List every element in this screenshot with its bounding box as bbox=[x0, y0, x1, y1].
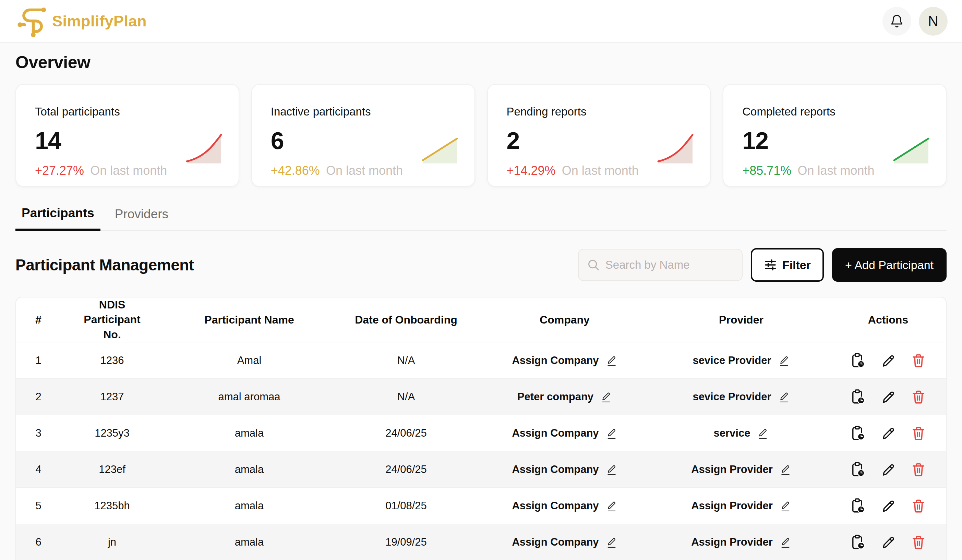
table-row: 1 1236 Amal N/A Assign Company sevice Pr… bbox=[16, 342, 946, 378]
add-participant-label: + Add Participant bbox=[845, 258, 933, 272]
edit-company-icon[interactable] bbox=[606, 463, 617, 476]
row-number: 1 bbox=[16, 354, 61, 367]
user-avatar[interactable]: N bbox=[919, 7, 947, 36]
brand: SimplifyPlan bbox=[17, 5, 147, 38]
delete-participant-icon[interactable] bbox=[911, 353, 926, 368]
delete-participant-icon[interactable] bbox=[911, 498, 926, 514]
card-caption: On last month bbox=[562, 163, 639, 178]
card-title: Total participants bbox=[35, 105, 220, 118]
search-input[interactable] bbox=[605, 258, 734, 271]
tab-bar: Participants Providers bbox=[15, 206, 947, 231]
participant-name: amala bbox=[163, 463, 335, 476]
card-caption: On last month bbox=[90, 163, 167, 178]
table-header: # NDIS Participant No. Participant Name … bbox=[16, 297, 946, 342]
provider-cell: service bbox=[652, 427, 830, 440]
provider-value: Assign Provider bbox=[691, 500, 773, 512]
delete-participant-icon[interactable] bbox=[911, 389, 926, 405]
delete-participant-icon[interactable] bbox=[911, 425, 926, 441]
section-title: Participant Management bbox=[15, 256, 194, 274]
card-title: Inactive participants bbox=[271, 105, 456, 118]
company-value: Peter company bbox=[517, 391, 594, 403]
company-cell: Peter company bbox=[477, 391, 652, 403]
company-cell: Assign Company bbox=[477, 463, 652, 476]
ndis-number: 123ef bbox=[61, 463, 163, 476]
edit-participant-icon[interactable] bbox=[881, 462, 896, 478]
filter-button[interactable]: Filter bbox=[751, 248, 824, 282]
provider-value: Assign Provider bbox=[691, 536, 773, 548]
company-value: Assign Company bbox=[512, 354, 599, 367]
sparkline-chart bbox=[657, 132, 694, 165]
table-body: 1 1236 Amal N/A Assign Company sevice Pr… bbox=[16, 342, 946, 560]
tab-providers[interactable]: Providers bbox=[109, 206, 174, 230]
onboarding-date: N/A bbox=[335, 391, 477, 403]
onboarding-date: 19/09/25 bbox=[335, 536, 477, 548]
table-row: 2 1237 amal aromaa N/A Peter company sev… bbox=[16, 378, 946, 415]
actions-cell bbox=[830, 534, 946, 550]
edit-participant-icon[interactable] bbox=[881, 389, 896, 405]
provider-cell: Assign Provider bbox=[652, 499, 830, 512]
brand-name: SimplifyPlan bbox=[52, 12, 147, 30]
card-delta: +14.29% bbox=[507, 163, 556, 178]
provider-cell: sevice Provider bbox=[652, 354, 830, 367]
filter-sliders-icon bbox=[764, 258, 777, 271]
column-header-company: Company bbox=[477, 313, 652, 326]
clipboard-clock-icon[interactable] bbox=[851, 498, 866, 514]
edit-participant-icon[interactable] bbox=[881, 425, 896, 441]
actions-cell bbox=[830, 389, 946, 405]
clipboard-clock-icon[interactable] bbox=[851, 389, 866, 405]
edit-company-icon[interactable] bbox=[606, 499, 617, 512]
sparkline-chart bbox=[893, 132, 930, 165]
sparkline-chart bbox=[422, 132, 458, 165]
edit-company-icon[interactable] bbox=[606, 427, 617, 440]
edit-participant-icon[interactable] bbox=[881, 498, 896, 514]
search-box bbox=[578, 249, 742, 281]
edit-company-icon[interactable] bbox=[600, 391, 612, 403]
simplifyplan-logo-icon bbox=[17, 5, 49, 38]
onboarding-date: N/A bbox=[335, 354, 477, 367]
ndis-number: jn bbox=[61, 536, 163, 548]
edit-provider-icon[interactable] bbox=[780, 499, 791, 512]
ndis-number: 1235y3 bbox=[61, 427, 163, 439]
participant-name: amala bbox=[163, 427, 335, 439]
delete-participant-icon[interactable] bbox=[911, 534, 926, 550]
delete-participant-icon[interactable] bbox=[911, 462, 926, 478]
edit-provider-icon[interactable] bbox=[778, 354, 790, 367]
edit-participant-icon[interactable] bbox=[881, 353, 896, 368]
tab-participants[interactable]: Participants bbox=[15, 206, 100, 231]
edit-provider-icon[interactable] bbox=[780, 536, 791, 549]
bell-icon bbox=[890, 14, 904, 29]
clipboard-clock-icon[interactable] bbox=[851, 462, 866, 478]
column-header-provider: Provider bbox=[652, 313, 830, 326]
edit-provider-icon[interactable] bbox=[780, 463, 791, 476]
provider-value: sevice Provider bbox=[692, 354, 771, 367]
column-header-name: Participant Name bbox=[163, 313, 335, 326]
participant-table: # NDIS Participant No. Participant Name … bbox=[15, 297, 947, 560]
clipboard-clock-icon[interactable] bbox=[851, 353, 866, 368]
onboarding-date: 24/06/25 bbox=[335, 463, 477, 476]
stat-card-completed-reports: Completed reports 12 +85.71% On last mon… bbox=[723, 84, 947, 187]
participant-name: amala bbox=[163, 500, 335, 512]
company-value: Assign Company bbox=[512, 463, 599, 476]
edit-participant-icon[interactable] bbox=[881, 534, 896, 550]
clipboard-clock-icon[interactable] bbox=[851, 534, 866, 550]
stat-cards: Total participants 14 +27.27% On last mo… bbox=[15, 84, 947, 187]
participant-name: amal aromaa bbox=[163, 391, 335, 403]
edit-company-icon[interactable] bbox=[606, 536, 617, 549]
onboarding-date: 01/08/25 bbox=[335, 500, 477, 512]
card-title: Completed reports bbox=[742, 105, 927, 118]
sparkline-chart bbox=[186, 132, 222, 165]
edit-company-icon[interactable] bbox=[606, 354, 617, 367]
participant-name: Amal bbox=[163, 354, 335, 367]
notifications-button[interactable] bbox=[883, 7, 911, 36]
provider-value: sevice Provider bbox=[692, 391, 771, 403]
edit-provider-icon[interactable] bbox=[778, 391, 790, 403]
row-number: 3 bbox=[16, 427, 61, 439]
actions-cell bbox=[830, 353, 946, 368]
ndis-number: 1236 bbox=[61, 354, 163, 367]
clipboard-clock-icon[interactable] bbox=[851, 425, 866, 441]
company-cell: Assign Company bbox=[477, 354, 652, 367]
participant-name: amala bbox=[163, 536, 335, 548]
edit-provider-icon[interactable] bbox=[757, 427, 768, 440]
card-caption: On last month bbox=[326, 163, 403, 178]
add-participant-button[interactable]: + Add Participant bbox=[832, 248, 947, 282]
